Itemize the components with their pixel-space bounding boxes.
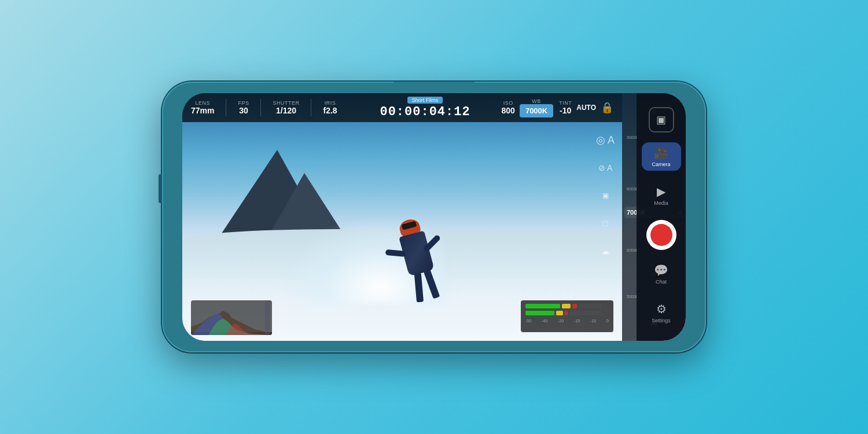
hud-wb-value: 7000K: [520, 104, 553, 117]
chat-icon: 💬: [654, 263, 668, 277]
skier-body: [399, 231, 435, 277]
hud-divider-2: [260, 99, 261, 116]
audio-scale-10: -10: [590, 319, 596, 323]
media-icon: ▶: [657, 185, 665, 198]
hud-divider-1: [226, 99, 226, 116]
audio-scale: -50 -40 -20 -15 -10 0: [525, 319, 609, 323]
audio-scale-40: -40: [542, 319, 547, 323]
audio-red-2: [565, 311, 568, 315]
hud-shutter-label: SHUTTER: [273, 100, 299, 106]
skier: [359, 129, 475, 291]
media-label: Media: [654, 200, 668, 206]
cloud-icon: ☁: [595, 241, 616, 262]
hud-fps: FPS 30: [238, 100, 249, 115]
hud-iris: IRIS f2.8: [323, 100, 337, 115]
exposure-auto-icon[interactable]: ⊘ A: [595, 157, 616, 178]
phone-wrapper: LENS 77mm FPS 30 SHUTTER 1/120: [156, 75, 712, 359]
hud-iso-value: 800: [502, 106, 515, 115]
audio-channel-2: [525, 311, 609, 315]
hud-wb-label: WB: [532, 98, 541, 104]
audio-yellow-1: [562, 304, 571, 308]
format-icon: ▣: [656, 113, 666, 126]
hud-wb-group: WB 7000K TINT -10: [520, 98, 572, 117]
hud-divider-3: [311, 99, 311, 116]
lock-icon: 🔒: [601, 101, 613, 114]
skier-torso: [399, 231, 435, 277]
histogram-svg: [191, 300, 272, 335]
audio-scale-0: 0: [606, 319, 609, 323]
hud-fps-value: 30: [239, 106, 248, 115]
chat-nav-item[interactable]: 💬 Chat: [642, 260, 681, 288]
audio-green-2: [525, 311, 554, 315]
skier-arm-right: [422, 234, 441, 253]
hud-iso-label: ISO: [503, 100, 513, 106]
sidebar-outer: ▣ 🎥 Camera ▶ Media 💬 Chat: [637, 93, 686, 341]
hud-tint-container: TINT -10: [559, 100, 572, 115]
hud-lens-value: 77mm: [191, 106, 214, 115]
audio-yellow-2: [556, 311, 563, 315]
audio-empty-2: [569, 311, 602, 315]
skier-arm-left: [385, 249, 406, 257]
hud-preset-label: Short Films: [407, 97, 443, 104]
phone-screen: LENS 77mm FPS 30 SHUTTER 1/120: [182, 93, 686, 341]
record-button[interactable]: [646, 220, 676, 250]
phone-frame: LENS 77mm FPS 30 SHUTTER 1/120: [162, 82, 706, 352]
audio-scale-20: -20: [558, 319, 564, 323]
hud-lens: LENS 77mm: [191, 100, 214, 115]
audio-meter: -50 -40 -20 -15 -10 0: [521, 300, 613, 332]
chat-label: Chat: [656, 279, 667, 285]
hud-wb-container: WB 7000K: [520, 98, 553, 117]
hud-auto-label: AUTO: [576, 104, 596, 112]
audio-scale-50: -50: [525, 319, 531, 323]
hud-iris-value: f2.8: [323, 106, 337, 115]
audio-red-1: [572, 304, 577, 308]
hud-shutter: SHUTTER 1/120: [273, 100, 299, 115]
media-nav-item[interactable]: ▶ Media: [642, 181, 681, 209]
settings-icon: ⚙: [656, 302, 667, 316]
audio-channel-1: [525, 304, 609, 308]
hud-iso: ISO 800: [502, 100, 515, 115]
record-button-inner: [650, 224, 672, 246]
af-icon[interactable]: ◎ A: [595, 130, 616, 150]
hud-fps-label: FPS: [238, 100, 249, 106]
control-icons-column: ◎ A ⊘ A ▣ □ ☁: [591, 125, 619, 266]
battery-icon: ▣: [595, 185, 616, 206]
hud-iris-label: IRIS: [325, 100, 336, 106]
hud-timecode: 00:00:04:12: [380, 105, 470, 119]
camera-label: Camera: [652, 161, 670, 167]
settings-label: Settings: [652, 318, 671, 323]
bottom-overlay: -50 -40 -20 -15 -10 0: [182, 295, 622, 341]
viewfinder[interactable]: LENS 77mm FPS 30 SHUTTER 1/120: [182, 93, 686, 341]
settings-nav-item[interactable]: ⚙ Settings: [642, 299, 681, 327]
hud-right: ISO 800 WB 7000K TINT -10: [502, 98, 613, 117]
audio-empty-1: [579, 304, 602, 308]
hud-shutter-value: 1/120: [276, 106, 296, 115]
camera-nav-item[interactable]: 🎥 Camera: [642, 142, 681, 171]
format-icon-button[interactable]: ▣: [649, 107, 674, 133]
hud-tint-value: -10: [560, 106, 571, 115]
hud-lens-label: LENS: [195, 100, 210, 106]
audio-scale-15: -15: [574, 319, 580, 323]
histogram-widget: [191, 300, 272, 335]
hud-tint-label: TINT: [559, 100, 572, 106]
svg-rect-1: [265, 300, 270, 335]
frame-icon: □: [595, 213, 616, 234]
hud-center: Short Films 00:00:04:12: [349, 97, 502, 119]
audio-green-1: [525, 304, 560, 308]
skier-goggles: [401, 221, 417, 230]
hud-overlay: LENS 77mm FPS 30 SHUTTER 1/120: [182, 93, 622, 122]
camera-icon: 🎥: [654, 146, 668, 160]
